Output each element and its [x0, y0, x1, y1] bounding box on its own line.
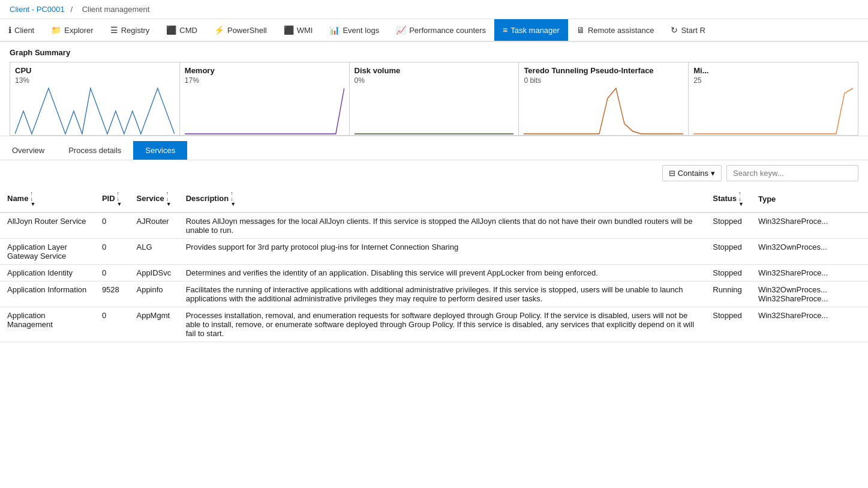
nav-label-event-logs: Event logs [343, 26, 379, 35]
graph-canvas-4 [693, 87, 853, 135]
tabs-row: OverviewProcess detailsServices [0, 141, 868, 160]
tab-overview[interactable]: Overview [0, 141, 56, 160]
cell-pid-2: 0 [95, 265, 130, 282]
breadcrumb: Client - PC0001 / Client management [0, 0, 868, 19]
cell-type-4: Win32ShareProce... [751, 307, 868, 342]
nav-item-remote-assistance[interactable]: 🖥Remote assistance [568, 19, 663, 42]
cell-status-2: Stopped [705, 265, 751, 282]
services-toolbar: ⊟ Contains ▾ [0, 160, 868, 186]
search-input[interactable] [726, 165, 858, 181]
services-table: Name↑↓▼PID↑↓▼Service↑↓▼Description↑↓▼Sta… [0, 186, 868, 342]
cell-type-2: Win32ShareProce... [751, 265, 868, 282]
th-service[interactable]: Service↑↓▼ [129, 186, 178, 212]
sort-icon-status: ↑↓▼ [738, 191, 744, 207]
nav-label-cmd: CMD [179, 26, 197, 35]
graph-summary: Graph Summary CPU 13% Memory 17% Disk vo… [0, 42, 868, 136]
cell-description-4: Processes installation, removal, and enu… [179, 307, 706, 342]
cell-description-0: Routes AllJoyn messages for the local Al… [179, 212, 706, 239]
tabs-section: OverviewProcess detailsServices [0, 136, 868, 160]
nav-item-task-manager[interactable]: ≡Task manager [494, 19, 568, 42]
cell-status-4: Stopped [705, 307, 751, 342]
cell-status-0: Stopped [705, 212, 751, 239]
graph-canvas-0 [15, 87, 175, 135]
graph-svg-2 [355, 87, 514, 135]
wmi-icon: ⬛ [284, 25, 294, 35]
graph-svg-3 [524, 87, 683, 135]
graph-value-4: 25 [693, 76, 853, 85]
cell-description-3: Facilitates the running of interactive a… [179, 282, 706, 307]
cell-status-3: Running [705, 282, 751, 307]
task-manager-icon: ≡ [503, 25, 507, 35]
nav-item-cmd[interactable]: ⬛CMD [158, 19, 206, 42]
graph-svg-4 [693, 87, 853, 135]
cell-service-1: ALG [129, 239, 178, 265]
performance-counters-icon: 📈 [396, 25, 406, 35]
cell-type-3: Win32OwnProces... Win32ShareProce... [751, 282, 868, 307]
th-pid[interactable]: PID↑↓▼ [95, 186, 130, 212]
nav-label-client: Client [14, 26, 34, 35]
table-row[interactable]: Application Management0AppMgmtProcesses … [0, 307, 868, 342]
sort-icon-service: ↑↓▼ [166, 191, 172, 207]
navbar: ℹClient📁Explorer☰Registry⬛CMD⚡PowerShell… [0, 19, 868, 42]
graph-panel-mi...: Mi... 25 [688, 62, 858, 136]
tab-services[interactable]: Services [133, 141, 187, 160]
nav-item-powershell[interactable]: ⚡PowerShell [206, 19, 275, 42]
nav-item-performance-counters[interactable]: 📈Performance counters [388, 19, 494, 42]
cell-description-2: Determines and verifies the identity of … [179, 265, 706, 282]
client-icon: ℹ [8, 25, 11, 35]
nav-label-powershell: PowerShell [227, 26, 267, 35]
sort-icon-description: ↑↓▼ [230, 191, 236, 207]
table-row[interactable]: Application Layer Gateway Service0ALGPro… [0, 239, 868, 265]
graph-panel-cpu: CPU 13% [10, 62, 179, 136]
graph-label-3: Teredo Tunneling Pseudo-Interface [524, 66, 683, 75]
nav-label-registry: Registry [121, 26, 150, 35]
nav-item-event-logs[interactable]: 📊Event logs [321, 19, 388, 42]
registry-icon: ☰ [110, 25, 118, 35]
graph-canvas-2 [355, 87, 514, 135]
th-type: Type [751, 186, 868, 212]
nav-item-client[interactable]: ℹClient [0, 19, 43, 42]
graphs-row: CPU 13% Memory 17% Disk volume 0% Teredo… [10, 62, 858, 136]
th-name[interactable]: Name↑↓▼ [0, 186, 95, 212]
graph-canvas-3 [524, 87, 683, 135]
th-description[interactable]: Description↑↓▼ [179, 186, 706, 212]
graph-label-4: Mi... [693, 66, 853, 75]
graph-value-2: 0% [355, 76, 514, 85]
breadcrumb-current: Client management [82, 5, 150, 14]
tab-process-details[interactable]: Process details [56, 141, 133, 160]
sort-icon-pid: ↑↓▼ [117, 191, 122, 207]
filter-dropdown[interactable]: ⊟ Contains ▾ [662, 165, 722, 181]
graph-panel-memory: Memory 17% [179, 62, 349, 136]
remote-assistance-icon: 🖥 [576, 25, 585, 35]
nav-item-start-r[interactable]: ↻Start R [662, 19, 713, 42]
cell-description-1: Provides support for 3rd party protocol … [179, 239, 706, 265]
nav-item-wmi[interactable]: ⬛WMI [275, 19, 322, 42]
nav-label-start-r: Start R [681, 26, 705, 35]
nav-item-explorer[interactable]: 📁Explorer [43, 19, 101, 42]
graph-value-0: 13% [15, 76, 175, 85]
graph-value-3: 0 bits [524, 76, 683, 85]
th-status[interactable]: Status↑↓▼ [705, 186, 751, 212]
table-row[interactable]: Application Identity0AppIDSvcDetermines … [0, 265, 868, 282]
powershell-icon: ⚡ [214, 25, 224, 35]
graph-label-2: Disk volume [355, 66, 514, 75]
cell-pid-1: 0 [95, 239, 130, 265]
nav-label-explorer: Explorer [64, 26, 93, 35]
breadcrumb-link[interactable]: Client - PC0001 [10, 5, 65, 14]
graph-label-0: CPU [15, 66, 175, 75]
start-r-icon: ↻ [671, 25, 678, 35]
cell-name-4: Application Management [0, 307, 95, 342]
graph-panel-teredo-tunneling-pseudo-interface: Teredo Tunneling Pseudo-Interface 0 bits [518, 62, 688, 136]
nav-item-registry[interactable]: ☰Registry [102, 19, 158, 42]
cell-name-3: Application Information [0, 282, 95, 307]
cell-service-2: AppIDSvc [129, 265, 178, 282]
breadcrumb-separator: / [70, 5, 73, 14]
cell-service-4: AppMgmt [129, 307, 178, 342]
nav-label-wmi: WMI [297, 26, 313, 35]
table-row[interactable]: AllJoyn Router Service0AJRouterRoutes Al… [0, 212, 868, 239]
filter-icon: ⊟ [669, 169, 675, 178]
sort-icon-name: ↑↓▼ [30, 191, 35, 207]
event-logs-icon: 📊 [329, 25, 340, 35]
table-row[interactable]: Application Information9528AppinfoFacili… [0, 282, 868, 307]
graph-label-1: Memory [185, 66, 344, 75]
